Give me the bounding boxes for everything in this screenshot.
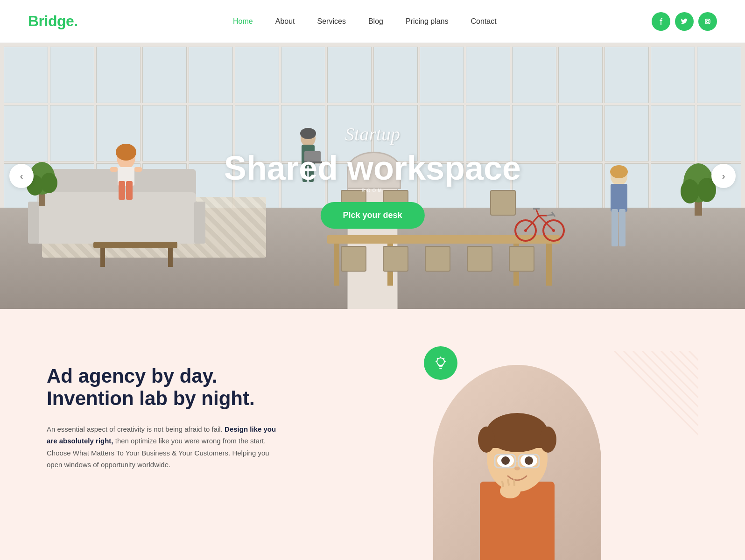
- twitter-icon[interactable]: [675, 12, 694, 31]
- hero-title: Shared workspace: [224, 149, 521, 187]
- svg-point-24: [116, 144, 136, 161]
- hero-subtitle: Startup: [224, 123, 521, 145]
- nav-home[interactable]: Home: [233, 17, 253, 26]
- facebook-icon[interactable]: [652, 12, 670, 31]
- nav-contact[interactable]: Contact: [471, 17, 497, 26]
- svg-line-45: [661, 351, 698, 388]
- svg-rect-28: [110, 167, 118, 172]
- hero-section: ROOM Startup Shared workspace Pick your …: [0, 43, 745, 309]
- svg-line-76: [508, 480, 509, 485]
- portrait-image: [433, 365, 601, 560]
- person-sitting: [103, 134, 149, 206]
- svg-rect-26: [119, 181, 125, 200]
- svg-point-69: [525, 456, 533, 465]
- nav-pricing[interactable]: Pricing plans: [406, 17, 449, 26]
- svg-line-12: [546, 215, 554, 216]
- svg-point-21: [681, 179, 699, 203]
- chair-4: [467, 246, 492, 272]
- nav-about[interactable]: About: [275, 17, 295, 26]
- svg-point-31: [610, 165, 628, 178]
- svg-line-48: [689, 351, 698, 360]
- svg-rect-34: [619, 209, 626, 246]
- svg-line-44: [652, 351, 698, 398]
- decorative-stripes: [605, 351, 698, 446]
- svg-point-2: [709, 19, 710, 20]
- logo-dot: .: [74, 13, 77, 29]
- svg-line-47: [680, 351, 698, 370]
- carousel-next-button[interactable]: ›: [711, 164, 736, 188]
- chair-3: [425, 246, 450, 272]
- instagram-icon[interactable]: [698, 12, 717, 31]
- svg-line-9: [526, 216, 539, 231]
- carousel-prev-button[interactable]: ‹: [9, 164, 34, 188]
- svg-line-10: [536, 209, 539, 216]
- svg-rect-29: [134, 167, 142, 172]
- svg-point-1: [707, 20, 709, 22]
- agency-text-block: Ad agency by day. Invention lab by night…: [47, 346, 280, 560]
- sofa-arm-right: [194, 202, 205, 244]
- svg-point-18: [41, 173, 57, 193]
- svg-line-50: [624, 351, 698, 426]
- svg-line-75: [502, 482, 503, 486]
- chair-5: [509, 246, 534, 272]
- nav-services[interactable]: Services: [317, 17, 346, 26]
- bulb-badge: [424, 346, 457, 380]
- svg-point-64: [478, 427, 495, 453]
- nav-blog[interactable]: Blog: [368, 17, 383, 26]
- portrait-container: [433, 356, 601, 560]
- svg-line-8: [539, 216, 554, 231]
- agency-heading: Ad agency by day. Invention lab by night…: [47, 365, 280, 410]
- sofa-arm-left: [28, 202, 39, 244]
- svg-point-65: [540, 427, 556, 453]
- plant-right: [680, 150, 717, 216]
- site-logo[interactable]: Bridge.: [28, 13, 78, 30]
- main-nav: Home About Services Blog Pricing plans C…: [233, 17, 497, 26]
- svg-point-73: [514, 467, 520, 470]
- social-icons-group: [652, 12, 717, 31]
- svg-line-77: [514, 480, 514, 485]
- svg-rect-27: [126, 181, 133, 200]
- site-header: Bridge. Home About Services Blog Pricing…: [0, 0, 745, 43]
- agency-section: Ad agency by day. Invention lab by night…: [0, 309, 745, 560]
- svg-rect-33: [611, 209, 618, 246]
- svg-rect-63: [486, 430, 548, 448]
- svg-rect-32: [611, 184, 627, 212]
- chair-1: [341, 246, 366, 272]
- coffee-table: [93, 242, 177, 248]
- hero-text-overlay: Startup Shared workspace Pick your desk: [224, 123, 521, 229]
- hero-cta-button[interactable]: Pick your desk: [320, 202, 424, 229]
- logo-text: Bridge: [28, 13, 74, 29]
- svg-line-56: [437, 358, 438, 359]
- coffee-table-leg-right: [168, 248, 173, 267]
- svg-point-68: [501, 456, 510, 465]
- svg-line-51: [614, 351, 698, 435]
- svg-line-54: [443, 358, 444, 359]
- person-standing-right: [600, 162, 638, 258]
- agency-body: An essential aspect of creativity is not…: [47, 423, 280, 471]
- chair-2: [383, 246, 408, 272]
- coffee-table-leg-left: [100, 248, 105, 267]
- agency-image-block: [336, 346, 698, 560]
